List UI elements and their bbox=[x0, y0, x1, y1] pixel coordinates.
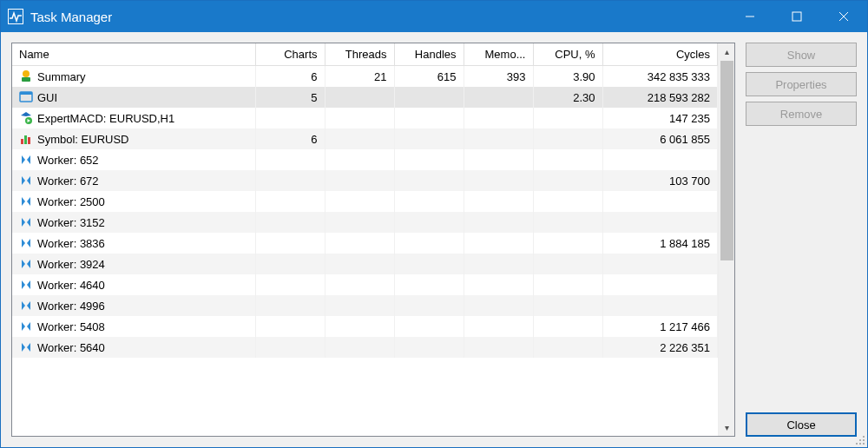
cell-cycles bbox=[602, 212, 718, 233]
worker-icon bbox=[19, 215, 33, 229]
table-row[interactable]: Worker: 38361 884 185 bbox=[12, 233, 718, 254]
cell-cpu bbox=[533, 212, 602, 233]
table-row[interactable]: Worker: 672103 700 bbox=[12, 170, 718, 191]
table-row[interactable]: GUI52.30218 593 282 bbox=[12, 87, 718, 108]
summary-icon bbox=[19, 69, 33, 83]
col-threads[interactable]: Threads bbox=[325, 43, 394, 66]
cell-cpu bbox=[533, 149, 602, 170]
cell-cpu bbox=[533, 274, 602, 295]
maximize-button[interactable] bbox=[773, 1, 820, 32]
symbol-icon bbox=[19, 132, 33, 146]
cell-memory bbox=[464, 295, 533, 316]
table-row[interactable]: Worker: 3152 bbox=[12, 212, 718, 233]
cell-memory bbox=[464, 316, 533, 337]
properties-button[interactable]: Properties bbox=[746, 72, 857, 96]
col-handles[interactable]: Handles bbox=[394, 43, 464, 66]
table-row[interactable]: Summary6216153933.90342 835 333 bbox=[12, 66, 718, 88]
col-memory[interactable]: Memo... bbox=[464, 43, 533, 66]
cell-threads bbox=[325, 295, 394, 316]
cell-handles bbox=[394, 108, 464, 128]
cell-cycles: 6 061 855 bbox=[602, 128, 718, 149]
table-row[interactable]: Worker: 4640 bbox=[12, 274, 718, 295]
cell-handles bbox=[394, 191, 464, 212]
app-icon bbox=[8, 9, 23, 24]
table-row[interactable]: Worker: 56402 226 351 bbox=[12, 337, 718, 358]
cell-charts bbox=[255, 295, 325, 316]
table-row[interactable]: Worker: 54081 217 466 bbox=[12, 316, 718, 337]
cell-threads bbox=[325, 149, 394, 170]
resize-grip-icon[interactable] bbox=[853, 433, 865, 445]
cell-threads bbox=[325, 337, 394, 358]
cell-cycles bbox=[602, 191, 718, 212]
cell-memory bbox=[464, 274, 533, 295]
cell-charts: 6 bbox=[255, 128, 325, 149]
cell-handles bbox=[394, 149, 464, 170]
cell-charts bbox=[255, 170, 325, 191]
svg-point-4 bbox=[23, 70, 30, 77]
cell-cycles bbox=[602, 274, 718, 295]
remove-button[interactable]: Remove bbox=[746, 102, 857, 126]
close-button[interactable]: Close bbox=[746, 412, 857, 437]
cell-charts bbox=[255, 191, 325, 212]
col-cycles[interactable]: Cycles bbox=[602, 43, 718, 66]
col-charts[interactable]: Charts bbox=[255, 43, 325, 66]
table-row[interactable]: Worker: 3924 bbox=[12, 254, 718, 274]
col-cpu[interactable]: CPU, % bbox=[533, 43, 602, 66]
cell-charts: 5 bbox=[255, 87, 325, 108]
cell-handles bbox=[394, 295, 464, 316]
cell-cycles: 1 217 466 bbox=[602, 316, 718, 337]
cell-memory bbox=[464, 233, 533, 254]
scroll-thumb[interactable] bbox=[720, 61, 733, 260]
cell-memory bbox=[464, 149, 533, 170]
svg-point-14 bbox=[859, 439, 861, 441]
scroll-down-arrow[interactable]: ▾ bbox=[719, 419, 734, 436]
worker-icon bbox=[19, 236, 33, 250]
table-row[interactable]: ExpertMACD: EURUSD,H1147 235 bbox=[12, 108, 718, 128]
window-title: Task Manager bbox=[30, 10, 112, 24]
cell-memory: 393 bbox=[464, 66, 533, 88]
cell-cpu: 3.90 bbox=[533, 66, 602, 88]
table-row[interactable]: Worker: 4996 bbox=[12, 295, 718, 316]
cell-handles bbox=[394, 316, 464, 337]
cell-cycles bbox=[602, 295, 718, 316]
cell-cycles: 218 593 282 bbox=[602, 87, 718, 108]
show-button[interactable]: Show bbox=[746, 43, 857, 67]
process-table-panel: Name Charts Threads Handles Memo... CPU,… bbox=[11, 43, 735, 437]
cell-cpu: 2.30 bbox=[533, 87, 602, 108]
cell-memory bbox=[464, 254, 533, 274]
cell-handles bbox=[394, 87, 464, 108]
cell-charts bbox=[255, 108, 325, 128]
process-name: Worker: 2500 bbox=[37, 195, 105, 208]
minimize-button[interactable] bbox=[727, 1, 773, 32]
cell-threads bbox=[325, 233, 394, 254]
table-row[interactable]: Worker: 652 bbox=[12, 149, 718, 170]
cell-charts bbox=[255, 149, 325, 170]
cell-memory bbox=[464, 337, 533, 358]
cell-threads bbox=[325, 316, 394, 337]
titlebar[interactable]: Task Manager bbox=[1, 1, 867, 32]
table-row[interactable]: Symbol: EURUSD66 061 855 bbox=[12, 128, 718, 149]
cell-memory bbox=[464, 128, 533, 149]
cell-charts bbox=[255, 254, 325, 274]
cell-cycles: 103 700 bbox=[602, 170, 718, 191]
process-name: GUI bbox=[37, 91, 57, 104]
svg-rect-1 bbox=[792, 12, 801, 21]
cell-cycles: 1 884 185 bbox=[602, 233, 718, 254]
scroll-up-arrow[interactable]: ▴ bbox=[719, 43, 734, 60]
cell-cpu bbox=[533, 233, 602, 254]
vertical-scrollbar[interactable]: ▴ ▾ bbox=[718, 43, 734, 436]
svg-point-15 bbox=[863, 439, 865, 441]
close-window-button[interactable] bbox=[820, 1, 867, 32]
cell-charts: 6 bbox=[255, 66, 325, 88]
cell-cpu bbox=[533, 108, 602, 128]
cell-handles bbox=[394, 274, 464, 295]
window-body: Name Charts Threads Handles Memo... CPU,… bbox=[1, 32, 867, 447]
col-name[interactable]: Name bbox=[12, 43, 255, 66]
cell-charts bbox=[255, 274, 325, 295]
table-row[interactable]: Worker: 2500 bbox=[12, 191, 718, 212]
gui-icon bbox=[19, 90, 33, 104]
cell-charts bbox=[255, 316, 325, 337]
cell-threads bbox=[325, 212, 394, 233]
cell-cpu bbox=[533, 295, 602, 316]
cell-cpu bbox=[533, 191, 602, 212]
